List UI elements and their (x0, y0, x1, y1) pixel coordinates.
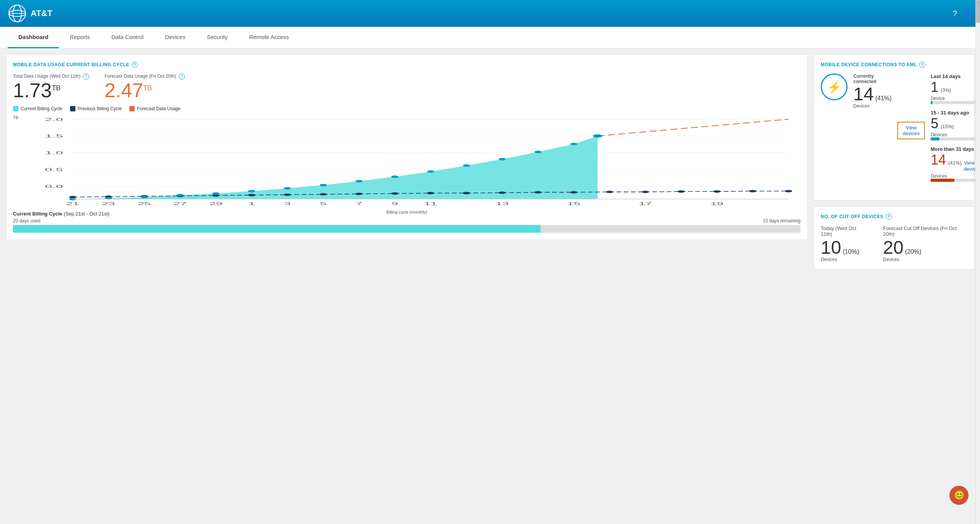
svg-text:3: 3 (284, 201, 291, 206)
usage-chart: TB 2.0 1.5 1.0 0.5 0.0 (13, 115, 800, 207)
chart-area-current (73, 136, 598, 199)
svg-text:5: 5 (320, 201, 327, 206)
cutoff-forecast-label: Forecast Cut Off Devices (Fri Oct 20th) (883, 225, 967, 237)
stat-31plus-percent: (41%) (948, 160, 962, 166)
svg-point-45 (391, 176, 399, 178)
stat-15to31-bar (931, 137, 980, 140)
svg-point-27 (498, 191, 506, 194)
legend-forecast: Forecast Data Usage (129, 106, 180, 111)
forecast-usage-metric: Forecast Data Usage (Fri Oct 20th) ? 2.4… (105, 73, 185, 100)
stat-last14-unit: Device (931, 96, 980, 101)
connections-title-text: MOBILE DEVICE CONNECTIONS TO AML (821, 62, 917, 67)
scrollbar-track[interactable] (975, 0, 980, 524)
stat-15to31-bar-fill (931, 137, 939, 140)
forecast-usage-help-icon[interactable]: ? (179, 73, 185, 80)
lightning-icon-wrap: ⚡ (821, 73, 848, 100)
left-panel: MOBILE DATA USAGE CURRENT BILLING CYCLE … (6, 54, 808, 521)
cutoff-today-value: 10 (821, 238, 841, 257)
legend-forecast-label: Forecast Data Usage (137, 106, 180, 111)
svg-point-39 (176, 194, 184, 196)
att-globe-icon (8, 4, 27, 23)
cutoff-forecast-percent: (20%) (905, 248, 921, 255)
data-usage-title: MOBILE DATA USAGE CURRENT BILLING CYCLE … (13, 62, 800, 68)
svg-point-44 (355, 180, 363, 182)
svg-point-42 (284, 187, 291, 189)
user-icon[interactable]: 👤 (963, 9, 972, 18)
svg-point-29 (570, 191, 577, 193)
chart-legend: Current Billing Cycle Previous Billing C… (13, 106, 800, 111)
cutoff-forecast-value: 20 (883, 238, 903, 257)
svg-text:29: 29 (209, 201, 223, 206)
stat-15to31-label: 15 - 31 days ago (931, 110, 980, 116)
nav-item-remote-access[interactable]: Remote Access (238, 27, 300, 48)
forecast-usage-label: Forecast Data Usage (Fri Oct 20th) ? (105, 73, 185, 80)
stat-31plus-label: More than 31 days ago (931, 146, 980, 152)
svg-text:0.0: 0.0 (45, 184, 63, 189)
svg-text:7: 7 (356, 201, 362, 206)
svg-text:27: 27 (173, 201, 187, 206)
stat-31plus-value: 14 (931, 153, 946, 167)
nav-item-security[interactable]: Security (196, 27, 238, 48)
svg-text:2.0: 2.0 (45, 117, 63, 122)
cutoff-title-text: NO. OF CUT OFF DEVICES (821, 214, 884, 219)
billing-bar-fill (13, 225, 541, 233)
main-nav: Dashboard Reports Data Control Devices S… (0, 27, 980, 49)
days-used: 20 days used (13, 218, 40, 224)
header: AT&T ? 👤 (0, 0, 980, 27)
svg-point-46 (427, 170, 434, 173)
brand-logo: AT&T (8, 4, 52, 23)
nav-item-data-control[interactable]: Data Control (101, 27, 154, 48)
scrollbar-thumb[interactable] (976, 0, 980, 23)
stat-last14-bar (931, 101, 980, 104)
svg-point-51 (593, 134, 603, 137)
cutoff-forecast-unit: Devices (883, 257, 967, 262)
stat-last14: Last 14 days 1 (3%) Device (931, 73, 980, 104)
legend-current-label: Current Billing Cycle (21, 106, 62, 111)
total-usage-metric: Total Data Usage (Wed Oct 11th) ? 1.73TB (13, 73, 89, 100)
svg-point-30 (606, 191, 613, 193)
stat-15to31-unit: Devices (931, 132, 980, 137)
lightning-icon: ⚡ (827, 80, 841, 94)
svg-point-26 (463, 192, 470, 194)
legend-current-icon (13, 106, 18, 111)
svg-point-40 (212, 192, 219, 194)
legend-forecast-icon (129, 106, 135, 111)
nav-item-dashboard[interactable]: Dashboard (8, 27, 59, 48)
stat-last14-label: Last 14 days (931, 73, 980, 79)
chat-bubble[interactable]: 😊 (949, 486, 969, 505)
legend-previous: Previous Billing Cycle (70, 106, 122, 111)
svg-text:19: 19 (710, 201, 724, 206)
stat-31plus-bar-fill (931, 179, 954, 182)
svg-point-21 (284, 194, 291, 196)
stat-15to31-percent: (15%) (941, 124, 954, 129)
view-devices-button[interactable]: View devices (897, 122, 925, 139)
currently-connected-percent: (41%) (875, 95, 892, 102)
svg-text:15: 15 (567, 201, 581, 206)
svg-point-49 (534, 151, 542, 153)
connections-help-icon[interactable]: ? (919, 62, 925, 68)
data-usage-help-icon[interactable]: ? (132, 62, 138, 68)
cutoff-help-icon[interactable]: ? (886, 214, 892, 220)
legend-current: Current Billing Cycle (13, 106, 62, 111)
svg-text:13: 13 (496, 201, 509, 206)
cutoff-today: Today (Wed Oct 11th) 10 (10%) Devices (821, 225, 868, 262)
nav-item-devices[interactable]: Devices (154, 27, 196, 48)
svg-text:1.5: 1.5 (45, 134, 63, 139)
svg-text:1: 1 (248, 201, 255, 206)
cutoff-forecast: Forecast Cut Off Devices (Fri Oct 20th) … (883, 225, 967, 262)
nav-item-reports[interactable]: Reports (59, 27, 101, 48)
stat-15to31: 15 - 31 days ago 5 (15%) Devices (931, 110, 980, 140)
forecast-usage-value: 2.47TB (105, 80, 185, 100)
chart-line-forecast (598, 119, 789, 136)
cutoff-title: NO. OF CUT OFF DEVICES ? (821, 214, 967, 220)
svg-point-35 (785, 190, 792, 192)
help-icon[interactable]: ? (953, 9, 957, 18)
total-usage-help-icon[interactable]: ? (83, 73, 89, 80)
svg-text:25: 25 (138, 201, 151, 206)
svg-point-38 (140, 196, 148, 198)
svg-point-41 (248, 190, 255, 192)
svg-text:21: 21 (66, 201, 80, 206)
svg-point-32 (678, 190, 685, 193)
legend-previous-label: Previous Billing Cycle (78, 106, 122, 111)
data-metrics: Total Data Usage (Wed Oct 11th) ? 1.73TB… (13, 73, 800, 100)
